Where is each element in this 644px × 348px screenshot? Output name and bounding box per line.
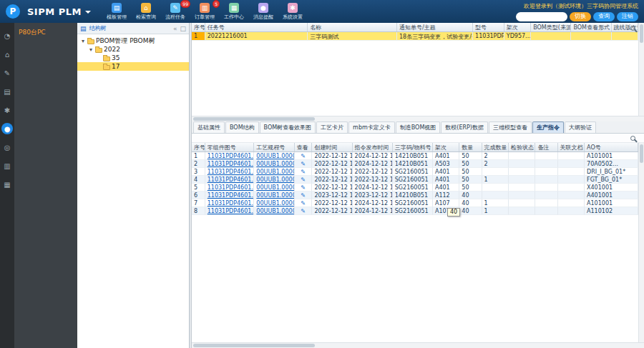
scrollbar-thumb[interactable] xyxy=(193,344,315,347)
cell: 14210B051 xyxy=(393,192,433,199)
detail-tab[interactable]: BOM树查看效果图 xyxy=(260,121,316,133)
brand-menu[interactable]: SIPM PLM xyxy=(27,6,91,17)
tree-node[interactable]: 17 xyxy=(77,62,189,71)
column-header[interactable]: 创建时间 xyxy=(312,143,352,151)
detail-tab[interactable]: 三维模型查看 xyxy=(489,121,532,133)
main-content: 序号任务号名称通知单号/主题型号架次BOM类型(来源)BOM查看形式跳线版次查询… xyxy=(192,23,644,348)
search-icon[interactable] xyxy=(630,26,635,31)
tree-node[interactable]: ▾2022 xyxy=(77,45,189,54)
table-row[interactable]: 111031PDP4601…00UUB1.0000✎2022-12-12 12:… xyxy=(192,152,638,160)
toolbar-item-work-center[interactable]: ▦工作中心 xyxy=(224,3,244,21)
cell: 2024-12-12 12:… xyxy=(353,184,393,192)
column-header[interactable]: AO号 xyxy=(585,143,638,151)
table-row[interactable]: 711031PDP4601…00UUB1.0000✎2022-12-12 12:… xyxy=(192,199,638,207)
nav-target[interactable]: ◎ xyxy=(1,141,13,153)
cell xyxy=(558,160,585,168)
table-row[interactable]: 120221216001三字码测试18条三字码变更，试验变更/变更11031PD… xyxy=(192,32,638,41)
column-header[interactable]: 架次 xyxy=(433,143,459,151)
top-header: P SIPM PLM ▤模板管理⌂检索查询✎99流程任务▥5订单管理▦工作中心●… xyxy=(0,0,644,23)
column-header[interactable]: 序号 xyxy=(192,23,205,31)
nav-edit-icon: ✎ xyxy=(4,69,10,77)
nav-library[interactable]: ▥ xyxy=(1,160,13,171)
task-vertical-scrollbar[interactable] xyxy=(638,23,644,116)
cell: 11031PDP4601… xyxy=(205,176,255,184)
search-icon[interactable] xyxy=(630,136,635,141)
scrollbar-thumb[interactable] xyxy=(193,117,315,121)
column-header[interactable]: 通知单号/主题 xyxy=(397,23,473,31)
toolbar-item-template-manage[interactable]: ▤模板管理 xyxy=(107,3,127,21)
cell: FGT_BG_01* xyxy=(585,176,638,184)
column-header[interactable]: 型号 xyxy=(473,23,504,31)
column-header[interactable]: 任务号 xyxy=(205,23,308,31)
column-header[interactable]: 数量 xyxy=(459,143,482,151)
column-header[interactable]: 备注 xyxy=(535,143,557,151)
app-logo[interactable]: P xyxy=(6,4,20,19)
column-header[interactable]: 名称 xyxy=(308,23,397,31)
nav-edit[interactable]: ✎ xyxy=(1,67,13,79)
column-header[interactable]: 零组件图号 xyxy=(205,143,255,151)
cell: 50 xyxy=(459,168,482,176)
nav-apps[interactable]: ▦ xyxy=(1,179,13,190)
table-row[interactable]: 211031PDP4601…00UUB1.0000✎2022-12-12 12:… xyxy=(192,160,638,168)
table-row[interactable]: 511031PDP4601…00UUB1.0000✎2022-12-12 12:… xyxy=(192,184,638,192)
order-horizontal-scrollbar[interactable] xyxy=(192,342,644,348)
query-button[interactable]: 查询 xyxy=(593,12,615,21)
tree-node[interactable]: ▾PBOM管理 PBOM树 xyxy=(77,36,189,45)
nav-current[interactable]: ● xyxy=(1,123,13,134)
logout-button[interactable]: 注销 xyxy=(617,12,638,21)
detail-tab[interactable]: mbm卡定义卡 xyxy=(348,121,395,133)
tree-node[interactable]: 35 xyxy=(77,54,189,62)
detail-tab[interactable]: 基础属性 xyxy=(193,121,225,133)
toolbar-item-message-center[interactable]: ●消息提醒 xyxy=(253,3,273,21)
detail-tab[interactable]: 制造BOM视图 xyxy=(396,121,441,133)
cell: 00UUB1.0000 xyxy=(254,207,294,215)
order-vertical-scrollbar[interactable] xyxy=(638,143,644,342)
column-header[interactable]: BOM类型(来源) xyxy=(531,23,571,31)
column-header[interactable]: 指令发布时间 xyxy=(353,143,393,151)
column-header[interactable]: 查看 xyxy=(295,143,313,151)
header-controls: 切换查询注销 xyxy=(516,12,638,21)
search-service-icon: ⌂ xyxy=(141,3,151,13)
detail-tab[interactable]: BOM结构 xyxy=(225,121,259,133)
column-header[interactable]: 工艺规程号 xyxy=(254,143,294,151)
nav-recent[interactable]: ◔ xyxy=(1,30,13,41)
cell xyxy=(535,199,557,207)
cell: SG2160051 xyxy=(393,199,433,207)
header-buttons: 切换查询注销 xyxy=(570,12,638,21)
cell: 00UUB1.0000 xyxy=(254,199,294,207)
detail-tab[interactable]: 数模(ERP)数据 xyxy=(441,121,488,133)
detail-tab[interactable]: 生产指令 xyxy=(532,121,564,133)
collapse-panel-icon[interactable]: « xyxy=(173,25,177,32)
table-row[interactable]: 311031PDP4601…00UUB1.0000✎2022-12-12 12:… xyxy=(192,168,638,176)
header-search-input[interactable] xyxy=(516,12,567,21)
table-row[interactable]: 611031PDP4601…00UUB1.0000✎2023-12-12 12:… xyxy=(192,192,638,199)
toolbar-item-system-setting[interactable]: ✱系统设置 xyxy=(283,3,303,21)
pin-panel-icon[interactable]: □ xyxy=(180,25,186,32)
tree-view-icon[interactable]: ▤ xyxy=(80,25,87,32)
table-row[interactable]: 811031PDP4601…00UUB1.0000✎2022-12-12 12:… xyxy=(192,207,638,215)
scrollbar-thumb[interactable] xyxy=(640,144,643,163)
table-row[interactable]: 411031PDP4601…00UUB1.0000✎2022-12-12 12:… xyxy=(192,176,638,184)
toolbar-item-search-service[interactable]: ⌂检索查询 xyxy=(136,3,156,21)
nav-data[interactable]: ▤ xyxy=(1,86,13,97)
column-header[interactable]: BOM查看形式 xyxy=(571,23,611,31)
detail-tab[interactable]: 工艺卡片 xyxy=(316,121,348,133)
module-tab[interactable]: P80台PC xyxy=(19,28,73,37)
column-header[interactable]: 关联文档 xyxy=(558,143,585,151)
column-header[interactable]: 架次 xyxy=(504,23,531,31)
cell: 2022-12-12 12:… xyxy=(353,168,393,176)
column-header[interactable]: 完成数量 xyxy=(482,143,509,151)
nav-home[interactable]: ⌂ xyxy=(1,49,13,60)
grid-header-row: 序号零组件图号工艺规程号查看创建时间指令发布时间三字码/物料号架次数量完成数量检… xyxy=(192,143,638,152)
detail-tab[interactable]: 大纲验证 xyxy=(565,121,596,133)
scrollbar-thumb[interactable] xyxy=(640,24,643,43)
switch-button[interactable]: 切换 xyxy=(570,12,591,21)
nav-process[interactable]: ✱ xyxy=(1,104,13,116)
column-header[interactable]: 三字码/物料号 xyxy=(393,143,433,151)
cell xyxy=(535,160,557,168)
toolbar-item-order-manage[interactable]: ▥5订单管理 xyxy=(195,3,215,21)
toolbar-item-process-task[interactable]: ✎99流程任务 xyxy=(165,3,185,21)
task-horizontal-scrollbar[interactable] xyxy=(192,116,644,121)
column-header[interactable]: 序号 xyxy=(192,143,205,151)
column-header[interactable]: 检验状态 xyxy=(509,143,535,151)
